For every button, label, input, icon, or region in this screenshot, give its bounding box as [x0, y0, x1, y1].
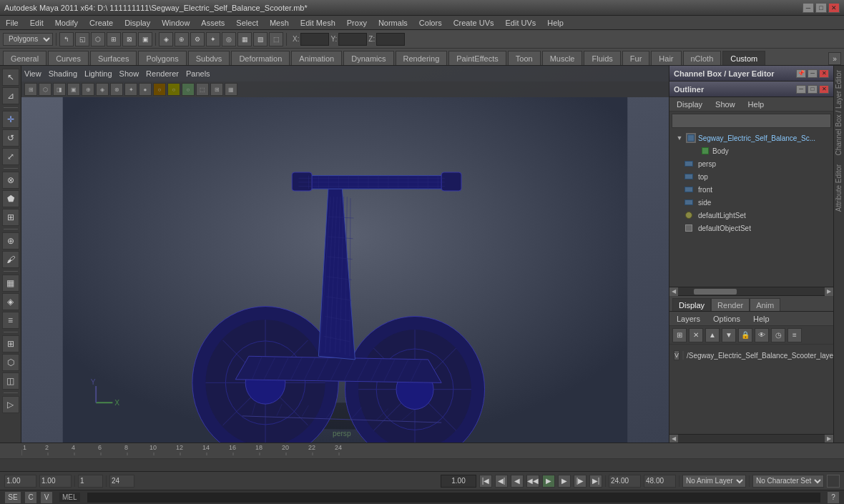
- help-menu-item[interactable]: Help: [750, 313, 772, 325]
- layer-move-up-btn[interactable]: ▲: [705, 328, 720, 342]
- layer-opts-btn[interactable]: ≡: [787, 328, 802, 342]
- frame-val2[interactable]: [39, 475, 72, 488]
- menu-create[interactable]: Create: [87, 17, 116, 29]
- frame-end[interactable]: [109, 475, 134, 488]
- menu-select[interactable]: Select: [233, 17, 261, 29]
- maximize-button[interactable]: □: [815, 3, 827, 13]
- tab-scroll-btn[interactable]: »: [828, 52, 841, 65]
- vp-icon-13[interactable]: ⬚: [196, 83, 209, 96]
- tb-btn-12[interactable]: ▦: [237, 32, 252, 46]
- tab-painteffects[interactable]: PaintEffects: [448, 51, 506, 65]
- attr-btn[interactable]: ≡: [2, 312, 19, 329]
- anim-layer-select[interactable]: No Anim Layer: [682, 475, 746, 488]
- show-manip-btn[interactable]: ⊞: [2, 209, 19, 226]
- layer-hscrollbar[interactable]: ◀ ▶: [669, 434, 833, 443]
- view-btn[interactable]: V: [40, 491, 53, 504]
- menu-mesh[interactable]: Mesh: [267, 17, 292, 29]
- range-start[interactable]: [609, 475, 641, 488]
- polygon-select[interactable]: Polygons: [3, 33, 53, 46]
- vp-menu-panels[interactable]: Panels: [186, 69, 210, 78]
- timeline-ruler[interactable]: 1 2 4 6 8 10 12 14 16: [0, 443, 844, 459]
- vp-icon-1[interactable]: ⊞: [24, 83, 37, 96]
- menu-edit[interactable]: Edit: [27, 17, 46, 29]
- layer-row-1[interactable]: V /Segway_Electric_Self_Balance_Scooter_…: [672, 347, 830, 363]
- vp-icon-5[interactable]: ⊕: [82, 83, 94, 96]
- vp-menu-shading[interactable]: Shading: [49, 69, 77, 78]
- x-input[interactable]: [300, 33, 329, 46]
- go-end-btn[interactable]: ▶|: [589, 475, 602, 488]
- tree-item-defaultlightset[interactable]: defaultLightSet: [669, 209, 833, 222]
- rotate-tool-btn[interactable]: ↺: [2, 129, 19, 147]
- tb-btn-2[interactable]: ◱: [75, 32, 89, 46]
- panel-pin-btn[interactable]: 📌: [796, 69, 806, 78]
- z-input[interactable]: [376, 33, 405, 46]
- tb-btn-8[interactable]: ⊕: [175, 32, 189, 46]
- menu-file[interactable]: File: [3, 17, 21, 29]
- tab-toon[interactable]: Toon: [508, 51, 541, 65]
- tab-subdvs[interactable]: Subdvs: [188, 51, 230, 65]
- vp-icon-6[interactable]: ◈: [96, 83, 109, 96]
- tb-btn-6[interactable]: ▣: [138, 32, 152, 46]
- menu-create-uvs[interactable]: Create UVs: [451, 17, 497, 29]
- auto-key-btn[interactable]: [827, 475, 840, 488]
- tab-surfaces[interactable]: Surfaces: [90, 51, 137, 65]
- channel-box-strip-label[interactable]: Channel Box / Layer Editor: [834, 66, 844, 160]
- next-key-btn[interactable]: |▶: [574, 475, 587, 488]
- skin-btn[interactable]: ◫: [2, 372, 19, 390]
- outliner-min-btn[interactable]: ─: [796, 85, 806, 94]
- menu-colors[interactable]: Colors: [416, 17, 445, 29]
- outliner-close-btn[interactable]: ✕: [819, 85, 829, 94]
- anim-btn[interactable]: ▷: [2, 396, 19, 413]
- hscroll-thumb[interactable]: [694, 289, 737, 295]
- close-button[interactable]: ✕: [828, 3, 840, 13]
- range-end[interactable]: [644, 475, 676, 488]
- menu-display[interactable]: Display: [122, 17, 153, 29]
- tab-muscle[interactable]: Muscle: [542, 51, 583, 65]
- ch-tab-display[interactable]: Display: [672, 298, 711, 311]
- vp-icon-15[interactable]: ▦: [225, 83, 237, 96]
- tab-rendering[interactable]: Rendering: [396, 51, 448, 65]
- vp-icon-9[interactable]: ●: [139, 83, 152, 96]
- universal-tool-btn[interactable]: ⊗: [2, 172, 19, 189]
- layer-visible-btn[interactable]: 👁: [755, 328, 769, 342]
- command-line[interactable]: [87, 492, 821, 503]
- layer-visibility-toggle[interactable]: V: [674, 350, 679, 360]
- tab-dynamics[interactable]: Dynamics: [343, 51, 393, 65]
- tb-btn-9[interactable]: ⚙: [190, 32, 205, 46]
- panel-close-btn[interactable]: ✕: [819, 69, 829, 78]
- paint-btn[interactable]: 🖌: [2, 251, 19, 268]
- play-back-btn[interactable]: ◀◀: [526, 475, 539, 488]
- vp-icon-12[interactable]: ○: [182, 83, 195, 96]
- tree-item-front[interactable]: front: [669, 183, 833, 196]
- options-menu-item[interactable]: Options: [710, 313, 743, 325]
- layer-del-btn[interactable]: ✕: [689, 328, 703, 342]
- render-btn[interactable]: ◈: [2, 293, 19, 310]
- character-select[interactable]: No Character Set: [752, 475, 824, 488]
- panel-min-btn[interactable]: ─: [808, 69, 818, 78]
- script-editor-btn[interactable]: SE: [4, 491, 21, 504]
- help-line-btn[interactable]: ?: [827, 491, 840, 504]
- vp-icon-11[interactable]: ○: [167, 83, 180, 96]
- menu-proxy[interactable]: Proxy: [344, 17, 370, 29]
- scale-tool-btn[interactable]: ⤢: [2, 148, 19, 165]
- tree-item-side[interactable]: side: [669, 196, 833, 209]
- menu-help[interactable]: Help: [544, 17, 566, 29]
- menu-edit-uvs[interactable]: Edit UVs: [503, 17, 539, 29]
- tab-general[interactable]: General: [3, 51, 46, 65]
- outliner-max-btn[interactable]: □: [808, 85, 818, 94]
- anim-time[interactable]: [441, 475, 476, 488]
- layer-move-dn-btn[interactable]: ▼: [722, 328, 736, 342]
- deform-btn[interactable]: ⬡: [2, 354, 19, 371]
- prev-key-btn[interactable]: ◀|: [495, 475, 508, 488]
- frame-val1[interactable]: [4, 475, 36, 488]
- menu-normals[interactable]: Normals: [376, 17, 411, 29]
- vp-icon-14[interactable]: ⊞: [210, 83, 223, 96]
- play-fwd-btn[interactable]: ▶: [542, 475, 555, 488]
- tb-btn-10[interactable]: ✦: [206, 32, 220, 46]
- vp-icon-3[interactable]: ◨: [53, 83, 66, 96]
- tab-fluids[interactable]: Fluids: [584, 51, 620, 65]
- vp-icon-2[interactable]: ⬡: [39, 83, 51, 96]
- tree-item-body[interactable]: Body: [669, 144, 833, 157]
- tb-btn-5[interactable]: ⊠: [122, 32, 137, 46]
- outliner-menu-help[interactable]: Help: [745, 99, 767, 110]
